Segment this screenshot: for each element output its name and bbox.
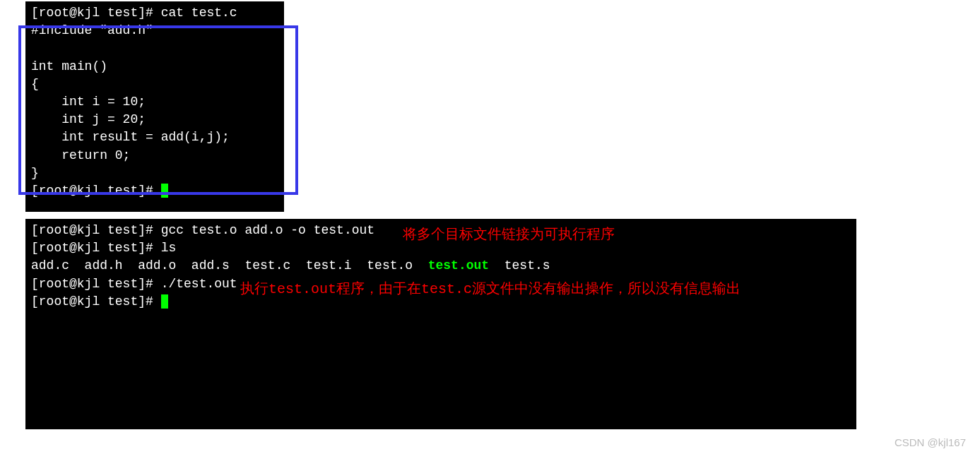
prompt: [root@kjl test]# — [31, 223, 161, 237]
terminal-cat-testc[interactable]: [root@kjl test]# cat test.c #include "ad… — [25, 1, 284, 212]
watermark: CSDN @kjl167 — [895, 436, 966, 448]
command-gcc: gcc test.o add.o -o test.out — [161, 223, 374, 237]
code-line: int main() — [31, 59, 107, 73]
code-line: int j = 20; — [31, 112, 146, 126]
annotation-run-explain: 执行test.out程序，由于在test.c源文件中没有输出操作，所以没有信息输… — [240, 279, 740, 298]
ls-output: add.c add.h add.o add.s test.c test.i te… — [31, 258, 550, 273]
code-line: #include "add.h" — [31, 23, 153, 37]
command-run: ./test.out — [161, 277, 237, 291]
prompt: [root@kjl test]# — [31, 277, 161, 291]
prompt: [root@kjl test]# — [31, 184, 161, 198]
code-line: int i = 10; — [31, 95, 146, 109]
prompt: [root@kjl test]# — [31, 294, 161, 309]
code-line: int result = add(i,j); — [31, 130, 230, 144]
command-cat: cat test.c — [161, 6, 237, 20]
annotation-link-explain: 将多个目标文件链接为可执行程序 — [403, 225, 615, 244]
prompt: [root@kjl test]# — [31, 241, 161, 255]
code-line: return 0; — [31, 148, 130, 162]
prompt: [root@kjl test]# — [31, 6, 161, 20]
executable-name: test.out — [428, 258, 489, 273]
code-line: } — [31, 166, 39, 180]
cursor-icon — [161, 184, 168, 198]
command-ls: ls — [161, 241, 177, 255]
cursor-icon — [161, 294, 168, 309]
terminal-gcc-link[interactable]: [root@kjl test]# gcc test.o add.o -o tes… — [25, 219, 856, 429]
code-line: { — [31, 77, 39, 91]
